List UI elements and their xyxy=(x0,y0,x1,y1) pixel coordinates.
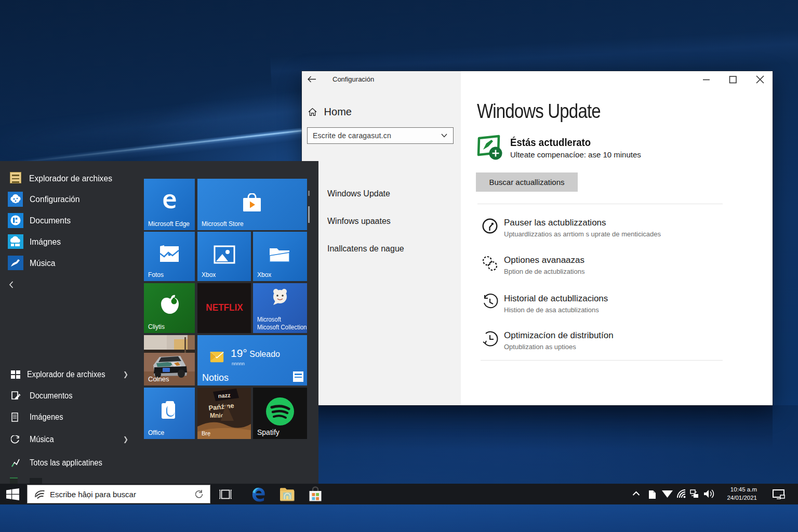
svg-text:nazz: nazz xyxy=(218,392,231,399)
